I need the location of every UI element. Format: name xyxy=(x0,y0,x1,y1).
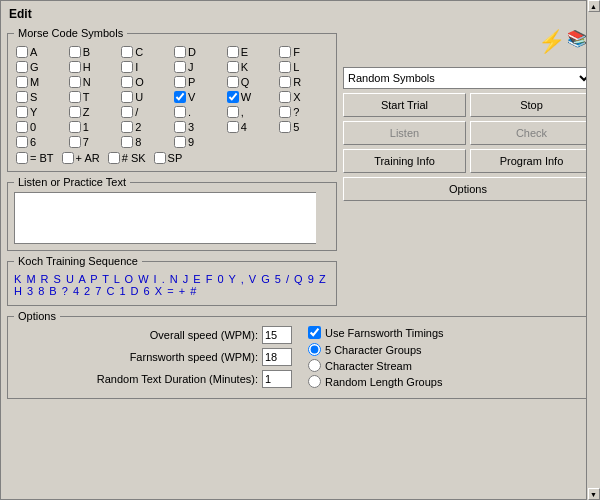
label-T: T xyxy=(83,91,90,103)
checkbox-O[interactable] xyxy=(121,76,133,88)
checkbox-2[interactable] xyxy=(121,121,133,133)
morse-code-title: Morse Code Symbols xyxy=(14,27,127,39)
start-trial-button[interactable]: Start Trial xyxy=(343,93,466,117)
stop-button[interactable]: Stop xyxy=(470,93,593,117)
farnsworth-checkbox[interactable] xyxy=(308,326,321,339)
koch-sequence-title: Koch Training Sequence xyxy=(14,255,142,267)
scrollbar-vertical[interactable]: ▲ ▼ xyxy=(586,0,600,500)
checkbox-H[interactable] xyxy=(69,61,81,73)
options-button[interactable]: Options xyxy=(343,177,593,201)
morse-item-1: 1 xyxy=(67,120,120,134)
morse-item-U: U xyxy=(119,90,172,104)
checkbox-P[interactable] xyxy=(174,76,186,88)
training-info-button[interactable]: Training Info xyxy=(343,149,466,173)
options-group: Options Overall speed (WPM): Farnsworth … xyxy=(7,310,593,399)
checkbox-S[interactable] xyxy=(16,91,28,103)
morse-item-C: C xyxy=(119,45,172,59)
scroll-down-arrow[interactable]: ▼ xyxy=(588,488,600,500)
label-U: U xyxy=(135,91,143,103)
checkbox-E[interactable] xyxy=(227,46,239,58)
overall-speed-row: Overall speed (WPM): xyxy=(14,326,292,344)
label-5: 5 xyxy=(293,121,299,133)
radio-5char[interactable] xyxy=(308,343,321,356)
checkbox-ar[interactable] xyxy=(62,152,74,164)
program-info-button[interactable]: Program Info xyxy=(470,149,593,173)
checkbox-I[interactable] xyxy=(121,61,133,73)
checkbox-5[interactable] xyxy=(279,121,291,133)
checkbox-Z[interactable] xyxy=(69,106,81,118)
checkbox-B[interactable] xyxy=(69,46,81,58)
label-R: R xyxy=(293,76,301,88)
label-I: I xyxy=(135,61,138,73)
checkbox-8[interactable] xyxy=(121,136,133,148)
checkbox-F[interactable] xyxy=(279,46,291,58)
morse-item-question: ? xyxy=(277,105,330,119)
morse-item-comma: , xyxy=(225,105,278,119)
morse-item-M: M xyxy=(14,75,67,89)
checkbox-X[interactable] xyxy=(279,91,291,103)
checkbox-3[interactable] xyxy=(174,121,186,133)
symbol-type-dropdown[interactable]: Random Symbols Random Words Custom Text xyxy=(343,67,593,89)
checkbox-W[interactable] xyxy=(227,91,239,103)
checkbox-4[interactable] xyxy=(227,121,239,133)
label-J: J xyxy=(188,61,194,73)
checkbox-G[interactable] xyxy=(16,61,28,73)
checkbox-0[interactable] xyxy=(16,121,28,133)
checkbox-9[interactable] xyxy=(174,136,186,148)
checkbox-A[interactable] xyxy=(16,46,28,58)
check-button[interactable]: Check xyxy=(470,121,593,145)
checkbox-6[interactable] xyxy=(16,136,28,148)
morse-item-8: 8 xyxy=(119,135,172,149)
checkbox-1[interactable] xyxy=(69,121,81,133)
label-4: 4 xyxy=(241,121,247,133)
checkbox-R[interactable] xyxy=(279,76,291,88)
checkbox-sp[interactable] xyxy=(154,152,166,164)
label-ar: + AR xyxy=(76,152,100,164)
checkbox-Q[interactable] xyxy=(227,76,239,88)
overall-speed-input[interactable] xyxy=(262,326,292,344)
options-right: Use Farnsworth Timings 5 Character Group… xyxy=(308,326,586,392)
radio-stream[interactable] xyxy=(308,359,321,372)
radio-5char-row: 5 Character Groups xyxy=(308,343,586,356)
farnsworth-checkbox-label: Use Farnsworth Timings xyxy=(325,327,444,339)
duration-input[interactable] xyxy=(262,370,292,388)
checkbox-V[interactable] xyxy=(174,91,186,103)
checkbox-question[interactable] xyxy=(279,106,291,118)
radio-random-label: Random Length Groups xyxy=(325,376,442,388)
checkbox-K[interactable] xyxy=(227,61,239,73)
morse-item-N: N xyxy=(67,75,120,89)
listen-button[interactable]: Listen xyxy=(343,121,466,145)
morse-item-J: J xyxy=(172,60,225,74)
morse-item-4: 4 xyxy=(225,120,278,134)
radio-random-length[interactable] xyxy=(308,375,321,388)
farnsworth-speed-input[interactable] xyxy=(262,348,292,366)
morse-item-6: 6 xyxy=(14,135,67,149)
duration-row: Random Text Duration (Minutes): xyxy=(14,370,292,388)
checkbox-N[interactable] xyxy=(69,76,81,88)
label-G: G xyxy=(30,61,39,73)
checkbox-7[interactable] xyxy=(69,136,81,148)
checkbox-period[interactable] xyxy=(174,106,186,118)
checkbox-sk[interactable] xyxy=(108,152,120,164)
morse-item-L: L xyxy=(277,60,330,74)
checkbox-T[interactable] xyxy=(69,91,81,103)
label-P: P xyxy=(188,76,195,88)
checkbox-U[interactable] xyxy=(121,91,133,103)
scroll-up-arrow[interactable]: ▲ xyxy=(588,0,600,12)
checkbox-Y[interactable] xyxy=(16,106,28,118)
checkbox-J[interactable] xyxy=(174,61,186,73)
checkbox-C[interactable] xyxy=(121,46,133,58)
morse-item-5: 5 xyxy=(277,120,330,134)
label-slash: / xyxy=(135,106,138,118)
checkbox-D[interactable] xyxy=(174,46,186,58)
checkbox-L[interactable] xyxy=(279,61,291,73)
dropdown-container: Random Symbols Random Words Custom Text xyxy=(343,67,593,89)
morse-item-I: I xyxy=(119,60,172,74)
farnsworth-checkbox-row: Use Farnsworth Timings xyxy=(308,326,586,339)
checkbox-comma[interactable] xyxy=(227,106,239,118)
practice-text-input[interactable] xyxy=(14,192,316,244)
checkbox-M[interactable] xyxy=(16,76,28,88)
checkbox-bt[interactable] xyxy=(16,152,28,164)
checkbox-slash[interactable] xyxy=(121,106,133,118)
morse-item-B: B xyxy=(67,45,120,59)
